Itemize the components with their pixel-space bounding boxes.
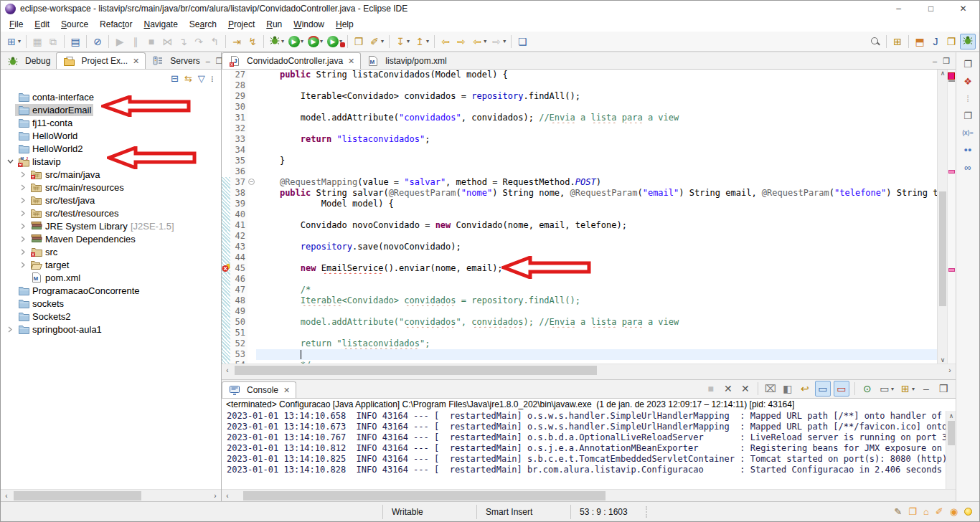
step-over-button[interactable]: ↷ bbox=[192, 34, 206, 49]
perspective-java-button[interactable]: J bbox=[928, 34, 943, 49]
achievements-badge-icon[interactable]: ◉ bbox=[950, 506, 958, 517]
tree-item-src-main-resources[interactable]: src/main/resources bbox=[1, 181, 221, 194]
scroll-up-icon[interactable]: ∧ bbox=[946, 411, 956, 422]
use-step-filters-button[interactable]: ↯ bbox=[245, 34, 260, 49]
tree-item-springboot-aula1[interactable]: springboot-aula1 bbox=[1, 323, 221, 336]
code-text[interactable] bbox=[256, 145, 937, 156]
new-wizard-button[interactable]: ⊞▾ bbox=[4, 34, 22, 49]
tree-item-target[interactable]: target bbox=[1, 258, 221, 271]
dropdown-arrow-icon[interactable]: ▾ bbox=[891, 386, 894, 392]
code-text[interactable]: return "listaconvidados"; bbox=[256, 134, 937, 145]
chevron-right-icon[interactable] bbox=[18, 249, 28, 255]
disconnect-button[interactable]: ⋈ bbox=[160, 34, 174, 49]
terminate-console-button[interactable]: ■ bbox=[704, 381, 718, 397]
suspend-button[interactable]: ∥ bbox=[128, 34, 143, 49]
code-line-47[interactable]: 47 /* bbox=[222, 285, 937, 295]
menu-run[interactable]: Run bbox=[260, 18, 288, 31]
code-text[interactable] bbox=[256, 102, 937, 113]
pin-editor-button[interactable]: ❏ bbox=[515, 34, 529, 49]
tree-item-src-test-java[interactable]: src/test/java bbox=[1, 194, 221, 207]
maximize-button[interactable]: □ bbox=[915, 1, 947, 16]
tree-item-pom-xml[interactable]: Mpom.xml bbox=[1, 271, 221, 284]
maximize-console-button[interactable]: ❒ bbox=[936, 381, 951, 397]
collapse-fold-icon[interactable]: − bbox=[248, 179, 255, 185]
scroll-left-icon[interactable]: ‹ bbox=[1, 492, 12, 500]
menu-edit[interactable]: Edit bbox=[29, 18, 55, 31]
code-text[interactable] bbox=[256, 252, 937, 263]
dropdown-arrow-icon[interactable]: ▾ bbox=[301, 38, 303, 44]
tree-item-fj11-conta[interactable]: fj11-conta bbox=[1, 116, 221, 129]
back-history-button[interactable]: ⇦▾ bbox=[470, 34, 488, 49]
filter-icon[interactable]: ▽ bbox=[198, 73, 205, 84]
debug-button[interactable]: ▾ bbox=[268, 34, 286, 49]
tree-item-src[interactable]: src bbox=[1, 245, 221, 258]
code-text[interactable] bbox=[256, 274, 937, 285]
code-line-31[interactable]: 31 model.addAttribute("convidados", conv… bbox=[222, 113, 937, 123]
code-line-36[interactable]: 36 bbox=[222, 166, 937, 177]
scroll-thumb[interactable] bbox=[948, 421, 955, 445]
code-line-37[interactable]: 37− @RequestMapping(value = "salvar", me… bbox=[222, 177, 937, 188]
code-line-38[interactable]: 38 public String salvar(@RequestParam("n… bbox=[222, 188, 937, 199]
minimize-button[interactable]: – bbox=[882, 1, 915, 16]
save-all-button[interactable]: ⧉ bbox=[46, 34, 60, 49]
chevron-right-icon[interactable] bbox=[18, 184, 28, 191]
resume-button[interactable]: ▶ bbox=[113, 34, 127, 49]
code-line-53[interactable]: 53 bbox=[222, 349, 937, 360]
code-text[interactable]: model.addAttribute("convidados", convida… bbox=[256, 317, 937, 328]
tree-item-jre-system-library[interactable]: JRE System Library[J2SE-1.5] bbox=[1, 219, 221, 232]
minimize-editor-button[interactable]: – bbox=[933, 57, 937, 66]
code-text[interactable]: new EmailService().enviar(nome, email); bbox=[256, 263, 937, 274]
occurrence-marker[interactable] bbox=[948, 170, 955, 174]
error-marker[interactable] bbox=[948, 73, 954, 79]
code-text[interactable] bbox=[256, 123, 937, 134]
perspective-resource-button[interactable]: ❐ bbox=[944, 34, 958, 49]
remove-all-terminated-button[interactable]: ✕ bbox=[738, 381, 753, 397]
code-text[interactable]: @RequestMapping(value = "salvar", method… bbox=[256, 177, 937, 188]
collapse-all-icon[interactable]: ⊟ bbox=[171, 73, 179, 84]
code-text[interactable]: repository.save(novoConvidado); bbox=[256, 242, 937, 252]
clear-console-button[interactable]: ⌧ bbox=[763, 381, 778, 397]
dropdown-arrow-icon[interactable]: ▾ bbox=[381, 38, 384, 44]
menu-file[interactable]: File bbox=[4, 18, 29, 31]
code-line-42[interactable]: 42 bbox=[222, 231, 937, 242]
scroll-thumb[interactable] bbox=[243, 491, 606, 500]
code-text[interactable]: model.addAttribute("convidados", convida… bbox=[256, 113, 937, 123]
menu-help[interactable]: Help bbox=[330, 18, 359, 31]
restore-editor[interactable]: ❐ bbox=[963, 55, 972, 72]
left-panel-hscrollbar[interactable]: ‹ › bbox=[1, 489, 221, 501]
last-edit-back-button[interactable]: ⇦ bbox=[438, 34, 453, 49]
step-return-button[interactable]: ↰ bbox=[207, 34, 222, 49]
code-line-29[interactable]: 29 Iterable<Convidado> convidados = repo… bbox=[222, 91, 937, 102]
show-on-stdout-button[interactable]: ▭ bbox=[815, 381, 831, 397]
save-button[interactable]: ▦ bbox=[30, 34, 44, 49]
code-line-41[interactable]: 41 Convidado novoConvidado = new Convida… bbox=[222, 220, 937, 231]
chevron-right-icon[interactable] bbox=[18, 262, 28, 268]
chevron-right-icon[interactable] bbox=[18, 171, 28, 178]
profile-button[interactable]: ▶▾ bbox=[326, 34, 344, 49]
dropdown-arrow-icon[interactable]: ▾ bbox=[18, 38, 21, 44]
learn-graduation-icon[interactable]: ⌂ bbox=[923, 506, 929, 517]
dropdown-arrow-icon[interactable]: ▾ bbox=[503, 38, 506, 44]
breakpoints-view-button[interactable]: ●● bbox=[964, 141, 972, 158]
scroll-up-icon[interactable]: ∧ bbox=[938, 70, 948, 77]
menu-window[interactable]: Window bbox=[288, 18, 330, 31]
chevron-right-icon[interactable] bbox=[18, 236, 28, 242]
code-text[interactable]: } bbox=[256, 156, 937, 166]
tab-listavip-pom-xml[interactable]: Mlistavip/pom.xml bbox=[361, 52, 452, 69]
tray-handle[interactable]: ⁞ bbox=[966, 90, 969, 107]
perspective-javaee-button[interactable]: ⬒ bbox=[913, 34, 927, 49]
expressions-view-button[interactable]: ∞ bbox=[964, 158, 971, 176]
scroll-left-icon[interactable]: ‹ bbox=[222, 492, 233, 500]
code-line-33[interactable]: 33 return "listaconvidados"; bbox=[222, 134, 937, 145]
code-text[interactable] bbox=[256, 166, 937, 177]
code-text[interactable] bbox=[256, 209, 937, 220]
code-line-28[interactable]: 28 bbox=[222, 80, 937, 91]
code-line-32[interactable]: 32 bbox=[222, 123, 937, 134]
code-line-35[interactable]: 35 } bbox=[222, 156, 937, 166]
tree-item-src-test-resources[interactable]: src/test/resources bbox=[1, 207, 221, 219]
tree-item-maven-dependencies[interactable]: Maven Dependencies bbox=[1, 232, 221, 245]
close-icon[interactable]: ✕ bbox=[283, 386, 290, 395]
menu-refactor[interactable]: Refactor bbox=[94, 18, 138, 31]
close-button[interactable]: ✕ bbox=[947, 1, 979, 16]
code-text[interactable]: Convidado novoConvidado = new Convidado(… bbox=[256, 220, 937, 231]
